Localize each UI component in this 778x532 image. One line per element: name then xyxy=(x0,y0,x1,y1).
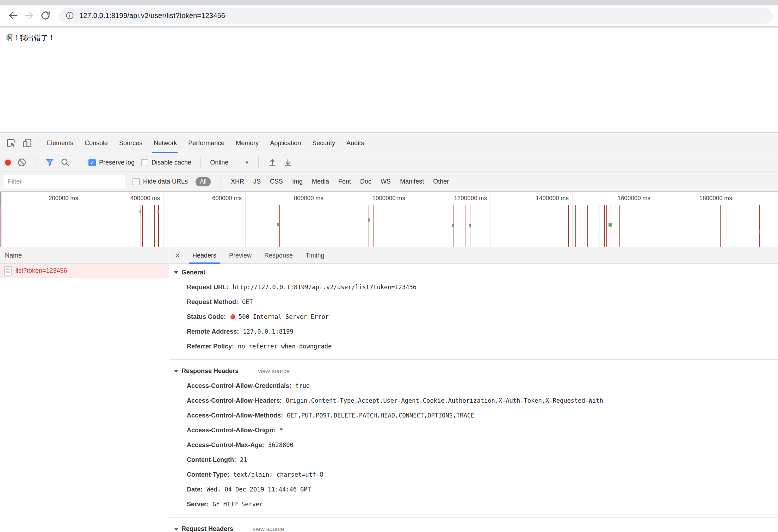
record-network-log-button[interactable] xyxy=(5,160,11,166)
overview-request-bar[interactable] xyxy=(619,205,620,247)
page-viewport: 啊！我出错了！ xyxy=(0,29,778,132)
disable-cache-control[interactable]: Disable cache xyxy=(141,159,191,166)
details-tab-timing[interactable]: Timing xyxy=(299,247,331,264)
tab-security[interactable]: Security xyxy=(307,133,341,153)
requests-name-column-header[interactable]: Name xyxy=(0,247,169,264)
overview-request-bar[interactable] xyxy=(568,205,569,247)
overview-request-bar[interactable] xyxy=(587,205,588,247)
section-divider xyxy=(169,359,778,360)
network-body: Name list?token=123456 × Headers Preview… xyxy=(0,247,778,532)
search-button[interactable] xyxy=(61,158,70,167)
tab-console[interactable]: Console xyxy=(79,133,113,153)
clear-network-log-button[interactable] xyxy=(17,158,26,167)
field-label: Referrer Policy: xyxy=(187,343,234,350)
overview-request-bar[interactable] xyxy=(373,205,374,247)
overview-request-bar[interactable] xyxy=(604,205,605,247)
overview-request-bar[interactable] xyxy=(606,205,607,247)
reload-button[interactable] xyxy=(37,7,54,24)
throttling-dropdown[interactable]: Online ▼ xyxy=(210,159,249,166)
type-filter-all[interactable]: All xyxy=(196,177,211,186)
overview-marker xyxy=(452,224,454,227)
export-har-button[interactable] xyxy=(283,158,292,167)
tab-elements[interactable]: Elements xyxy=(41,133,79,153)
overview-request-bar[interactable] xyxy=(154,205,155,247)
tab-application[interactable]: Application xyxy=(264,133,307,153)
tab-sources[interactable]: Sources xyxy=(113,133,148,153)
overview-request-bar[interactable] xyxy=(575,205,576,247)
overview-request-bar[interactable] xyxy=(720,205,721,247)
address-bar[interactable]: 127.0.0.1:8199/api.v2/user/list?token=12… xyxy=(58,8,773,24)
details-tab-preview[interactable]: Preview xyxy=(223,247,258,264)
page-info-icon[interactable] xyxy=(66,11,74,20)
view-source-link[interactable]: view source xyxy=(258,368,290,375)
tab-label: Network xyxy=(154,140,177,147)
preserve-log-checkbox[interactable]: ✓ xyxy=(88,159,96,166)
overview-request-bar[interactable] xyxy=(142,205,143,247)
import-har-button[interactable] xyxy=(268,158,277,167)
back-button[interactable] xyxy=(5,7,21,24)
network-toolbar: ✓ Preserve log Disable cache Online ▼ xyxy=(0,153,778,172)
throttling-value: Online xyxy=(210,159,228,166)
close-details-button[interactable]: × xyxy=(169,251,186,260)
tab-audits[interactable]: Audits xyxy=(341,133,370,153)
request-row[interactable]: list?token=123456 xyxy=(0,264,169,278)
response-headers-section-header[interactable]: Response Headers view source xyxy=(169,363,778,376)
overview-gridline xyxy=(327,192,327,247)
field-label: Access-Control-Allow-Credentials: xyxy=(187,382,291,390)
overview-request-bar[interactable] xyxy=(278,205,278,247)
filter-toggle-button[interactable] xyxy=(45,158,54,167)
view-source-link[interactable]: view source xyxy=(253,526,284,532)
url-text[interactable]: 127.0.0.1:8199/api.v2/user/list?token=12… xyxy=(79,12,225,20)
overview-marker xyxy=(158,210,159,213)
type-filter-js[interactable]: JS xyxy=(253,178,261,185)
type-filter-other[interactable]: Other xyxy=(433,178,449,185)
general-section-header[interactable]: General xyxy=(169,264,778,278)
field-label: Access-Control-Allow-Headers: xyxy=(187,397,282,404)
network-overview[interactable]: 200000 ms400000 ms600000 ms800000 ms1000… xyxy=(0,192,778,247)
error-status-dot-icon xyxy=(230,314,235,319)
details-tab-label: Timing xyxy=(305,252,324,259)
type-filter-font[interactable]: Font xyxy=(338,178,351,185)
overview-request-bar[interactable] xyxy=(599,205,599,247)
field-value: 500 Internal Server Error xyxy=(239,313,329,320)
disable-cache-label: Disable cache xyxy=(152,159,191,166)
type-filter-ws[interactable]: WS xyxy=(381,178,391,185)
request-details-panel: × Headers Preview Response Timing Genera… xyxy=(169,247,778,532)
overview-marker xyxy=(609,223,612,227)
overview-request-bar[interactable] xyxy=(279,205,280,247)
type-filter-doc[interactable]: Doc xyxy=(360,178,371,185)
hide-data-urls-checkbox[interactable] xyxy=(132,178,140,185)
type-filter-media[interactable]: Media xyxy=(312,178,329,185)
type-filter-img[interactable]: Img xyxy=(292,178,303,185)
inspect-element-button[interactable] xyxy=(3,135,19,151)
field-label: Content-Length: xyxy=(187,456,236,464)
details-tab-headers[interactable]: Headers xyxy=(186,247,223,264)
field-label: Server: xyxy=(187,501,209,508)
filter-input[interactable] xyxy=(4,175,125,188)
header-field: Content-Length:21 xyxy=(169,452,778,467)
overview-gridline xyxy=(736,192,736,247)
overview-request-bar[interactable] xyxy=(465,205,465,247)
overview-tick-label: 400000 ms xyxy=(104,195,160,202)
overview-gridline xyxy=(490,192,491,247)
field-label: Content-Type: xyxy=(187,471,229,478)
disable-cache-checkbox[interactable] xyxy=(141,159,148,166)
tab-performance[interactable]: Performance xyxy=(183,133,230,153)
overview-tick-label: 200000 ms xyxy=(22,195,78,202)
overview-request-bar[interactable] xyxy=(369,205,369,247)
type-filter-manifest[interactable]: Manifest xyxy=(400,178,424,185)
hide-data-urls-control[interactable]: Hide data URLs xyxy=(132,178,188,185)
overview-request-bar[interactable] xyxy=(759,205,760,247)
type-filter-xhr[interactable]: XHR xyxy=(231,178,244,185)
preserve-log-control[interactable]: ✓ Preserve log xyxy=(88,159,135,166)
tab-network[interactable]: Network xyxy=(148,133,183,153)
forward-button[interactable] xyxy=(21,7,37,24)
toggle-device-toolbar-button[interactable] xyxy=(19,135,35,151)
request-headers-section-header[interactable]: Request Headers view source xyxy=(169,520,778,532)
details-tab-response[interactable]: Response xyxy=(258,247,299,264)
type-filter-css[interactable]: CSS xyxy=(270,178,283,185)
tab-memory[interactable]: Memory xyxy=(230,133,264,153)
header-field: Date:Wed, 04 Dec 2019 11:44:46 GMT xyxy=(169,482,778,497)
toolbar-separator xyxy=(258,157,259,168)
field-label: Access-Control-Max-Age: xyxy=(187,441,264,449)
